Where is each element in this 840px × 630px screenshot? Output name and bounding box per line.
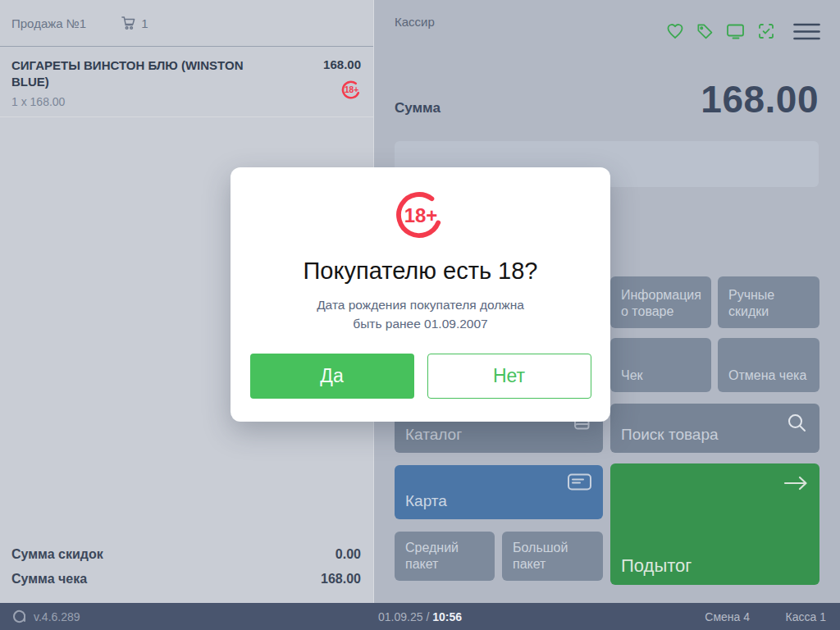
receipt-total-value: 168.00 xyxy=(321,572,361,587)
dialog-subtitle-line1: Дата рождения покупателя должна xyxy=(317,295,524,314)
subtotal-button[interactable]: Подытог xyxy=(610,463,819,585)
dialog-subtitle: Дата рождения покупателя должна быть ран… xyxy=(317,295,524,334)
receipt-label: Чек xyxy=(621,368,643,384)
medium-bag-label: Средний пакет xyxy=(405,540,484,573)
sale-title: Продажа №1 xyxy=(11,16,86,30)
item-price: 168.00 xyxy=(323,57,361,71)
receipt-summary: Сумма скидок 0.00 Сумма чека 168.00 xyxy=(0,542,373,603)
discount-sum-label: Сумма скидок xyxy=(11,547,103,562)
sum-value: 168.00 xyxy=(701,77,819,121)
big-bag-button[interactable]: Большой пакет xyxy=(502,532,603,581)
cancel-receipt-label: Отмена чека xyxy=(728,368,806,384)
display-monitor-icon[interactable] xyxy=(725,21,746,41)
dialog-subtitle-line2: быть ранее 01.09.2007 xyxy=(317,314,524,333)
search-product-placeholder: Поиск товара xyxy=(621,425,719,445)
arrow-right-icon xyxy=(783,475,808,491)
item-name: СИГАРЕТЫ ВИНСТОН БЛЮ (WINSTON BLUE) xyxy=(11,57,258,89)
discount-sum-row: Сумма скидок 0.00 xyxy=(11,542,361,567)
cart-icon xyxy=(121,16,136,30)
card-label: Карта xyxy=(405,491,447,511)
cart-indicator: 1 xyxy=(121,16,148,30)
status-bar: v.4.6.289 01.09.25 / 10:56 Смена 4 Касса… xyxy=(0,603,840,630)
product-info-label: Информация о товаре xyxy=(621,287,701,320)
pos-screen: Продажа №1 1 СИГАРЕТЫ ВИНСТОН БЛЮ (WINST… xyxy=(0,0,840,630)
svg-text:18+: 18+ xyxy=(345,85,358,94)
shift-label: Смена 4 xyxy=(705,610,750,623)
medium-bag-button[interactable]: Средний пакет xyxy=(395,532,495,581)
dialog-title: Покупателю есть 18? xyxy=(304,258,538,285)
hamburger-menu-icon[interactable] xyxy=(793,23,820,40)
age-verification-dialog: 18+ Покупателю есть 18? Дата рождения по… xyxy=(231,167,610,422)
dialog-buttons: Да Нет xyxy=(250,354,591,399)
big-bag-label: Большой пакет xyxy=(513,540,592,573)
receipt-item-row[interactable]: СИГАРЕТЫ ВИНСТОН БЛЮ (WINSTON BLUE) 168.… xyxy=(0,47,373,117)
price-tag-icon[interactable] xyxy=(696,22,714,41)
sale-header: Продажа №1 1 xyxy=(0,0,373,47)
status-date: 01.09.25 xyxy=(378,610,423,623)
cashier-label: Кассир xyxy=(395,15,435,29)
receipt-button[interactable]: Чек xyxy=(610,338,711,392)
bank-card-icon xyxy=(567,472,592,492)
sum-label: Сумма xyxy=(395,100,441,116)
status-time: 10:56 xyxy=(432,610,462,623)
manual-discounts-label: Ручные скидки xyxy=(728,287,809,320)
catalog-label: Каталог xyxy=(405,425,462,445)
card-button[interactable]: Карта xyxy=(395,465,603,519)
subtotal-label: Подытог xyxy=(621,555,692,578)
age-18-badge-icon-large: 18+ xyxy=(395,189,447,241)
svg-text:18+: 18+ xyxy=(404,204,437,226)
favorites-heart-icon[interactable] xyxy=(665,21,685,41)
register-label: Касса 1 xyxy=(786,610,826,623)
search-icon xyxy=(786,412,808,434)
no-button[interactable]: Нет xyxy=(427,354,591,399)
cancel-receipt-button[interactable]: Отмена чека xyxy=(718,338,819,392)
status-separator: / xyxy=(423,610,433,623)
toolbar-icons xyxy=(665,21,820,41)
age-18-badge-icon: 18+ xyxy=(341,80,362,100)
cart-count: 1 xyxy=(141,16,148,30)
yes-button[interactable]: Да xyxy=(250,354,414,399)
receipt-total-row: Сумма чека 168.00 xyxy=(11,567,361,591)
discount-sum-value: 0.00 xyxy=(336,547,361,562)
receipt-total-label: Сумма чека xyxy=(11,572,87,587)
manual-discounts-button[interactable]: Ручные скидки xyxy=(718,276,819,328)
search-product-field[interactable]: Поиск товара xyxy=(610,404,819,453)
scan-check-icon[interactable] xyxy=(756,21,776,41)
item-quantity-line: 1 x 168.00 xyxy=(11,95,362,108)
product-info-button[interactable]: Информация о товаре xyxy=(610,276,711,328)
